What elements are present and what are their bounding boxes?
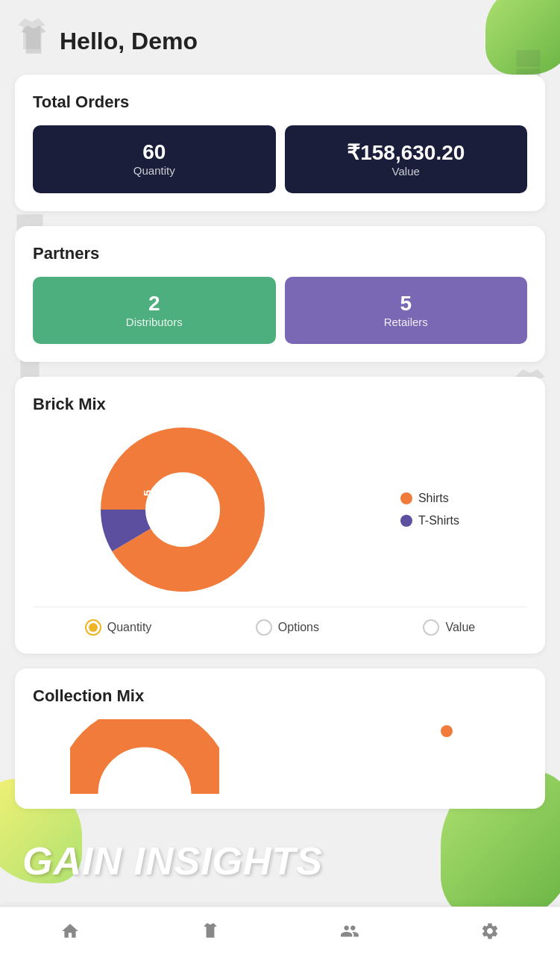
total-orders-title: Total Orders	[33, 93, 527, 112]
distributors-label: Distributors	[126, 316, 183, 328]
radio-quantity-circle[interactable]	[85, 619, 101, 636]
retailers-box: 5 Retailers	[285, 277, 528, 344]
radio-options-label: Options	[278, 621, 319, 634]
radio-value[interactable]: Value	[423, 619, 475, 636]
radio-value-circle[interactable]	[423, 619, 439, 636]
total-orders-card: Total Orders 60 Quantity ₹158,630.20 Val…	[15, 75, 545, 211]
partners-card: Partners 2 Distributors 5 Retailers	[15, 226, 545, 362]
brick-mix-card: Brick Mix 55 5	[15, 377, 545, 654]
home-icon	[60, 921, 80, 941]
chart-legend: Shirts T-Shirts	[400, 492, 459, 527]
distributors-count: 2	[48, 292, 261, 316]
greeting-text: Hello, Demo	[60, 28, 198, 55]
radio-quantity-label: Quantity	[107, 621, 152, 634]
partners-title: Partners	[33, 244, 527, 263]
chart-radio-group: Quantity Options Value	[33, 607, 527, 636]
quantity-box: 60 Quantity	[33, 125, 276, 193]
bottom-navigation	[0, 907, 560, 955]
value-label: Value	[392, 165, 420, 178]
collection-mix-title: Collection Mix	[33, 686, 527, 706]
partners-grid: 2 Distributors 5 Retailers	[33, 277, 527, 344]
quantity-value: 60	[48, 140, 261, 164]
collection-indicator-dot	[441, 725, 453, 737]
svg-text:55: 55	[201, 518, 213, 530]
radio-quantity[interactable]: Quantity	[85, 619, 152, 636]
collection-mix-card: Collection Mix	[15, 668, 545, 809]
shirts-dot	[400, 492, 412, 504]
value-amount: ₹158,630.20	[300, 140, 513, 165]
collection-chart	[33, 719, 527, 801]
gain-insights-text: GAIN INSIGHTS	[22, 839, 323, 883]
retailers-count: 5	[300, 292, 513, 316]
brick-mix-content: 55 5 Shirts T-Shirts	[33, 428, 527, 592]
radio-options-circle[interactable]	[256, 619, 272, 636]
retailers-label: Retailers	[384, 316, 428, 328]
quantity-label: Quantity	[133, 164, 175, 177]
distributors-box: 2 Distributors	[33, 277, 276, 344]
settings-icon	[480, 921, 500, 941]
svg-text:5: 5	[141, 490, 154, 496]
jacket-icon	[15, 22, 52, 60]
nav-products[interactable]	[186, 915, 235, 947]
shirts-label: Shirts	[418, 492, 449, 505]
brick-mix-title: Brick Mix	[33, 395, 527, 414]
donut-chart: 55 5	[101, 428, 265, 592]
legend-tshirts: T-Shirts	[400, 514, 459, 527]
people-icon	[340, 921, 359, 941]
nav-home[interactable]	[45, 915, 95, 947]
header: Hello, Demo	[0, 0, 560, 75]
nav-settings[interactable]	[465, 915, 515, 947]
svg-point-2	[147, 474, 218, 545]
tshirts-label: T-Shirts	[418, 514, 459, 527]
orders-grid: 60 Quantity ₹158,630.20 Value	[33, 125, 527, 193]
value-box: ₹158,630.20 Value	[285, 125, 528, 193]
nav-people[interactable]	[325, 915, 374, 947]
legend-shirts: Shirts	[400, 492, 459, 505]
shirt-icon	[201, 921, 220, 941]
tshirts-dot	[400, 515, 412, 527]
radio-value-label: Value	[445, 621, 475, 634]
radio-options[interactable]: Options	[256, 619, 319, 636]
